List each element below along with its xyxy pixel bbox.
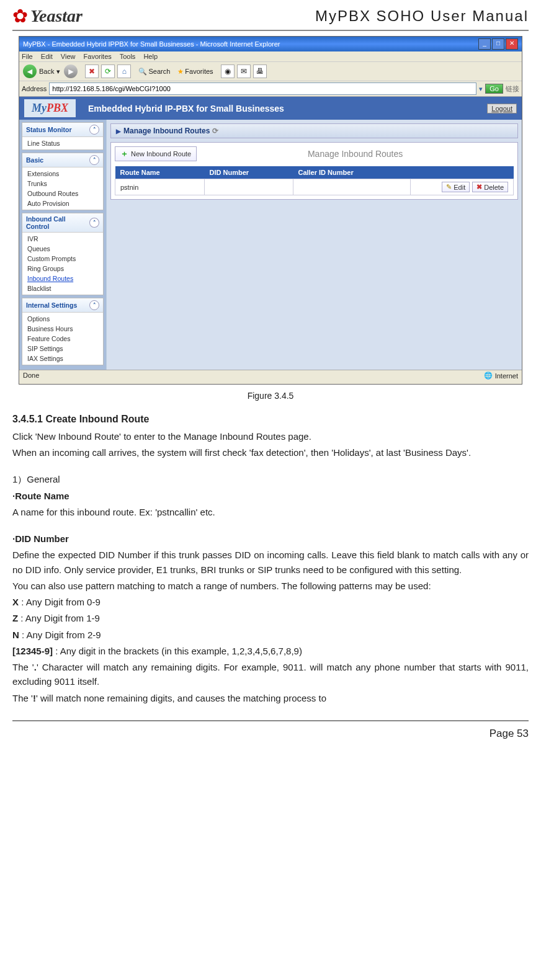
pattern-line: X : Any Digit from 0-9 bbox=[12, 595, 529, 609]
yeastar-icon: ✿ bbox=[12, 7, 28, 25]
back-button[interactable]: ◄ Back ▾ bbox=[23, 65, 60, 78]
sidebar-title: Status Monitor bbox=[26, 126, 72, 133]
para: A name for this inbound route. Ex: 'pstn… bbox=[12, 505, 529, 519]
favorites-label: Favorites bbox=[185, 68, 213, 75]
toolbar: ◄ Back ▾ ► ✖ ⟳ ⌂ 🔍 Search ★ Favorites ◉ … bbox=[19, 61, 522, 81]
edit-label: Edit bbox=[454, 184, 465, 191]
collapse-icon[interactable]: ˄ bbox=[89, 300, 99, 310]
window-titlebar: MyPBX - Embedded Hybrid IPPBX for Small … bbox=[19, 37, 522, 51]
status-net: 🌐 Internet bbox=[484, 372, 518, 380]
menu-edit[interactable]: Edit bbox=[41, 53, 53, 60]
links-label: 链接 bbox=[506, 84, 519, 94]
sidebar-item[interactable]: Custom Prompts bbox=[22, 254, 103, 264]
search-icon: 🔍 bbox=[138, 68, 147, 76]
app-logo: MyPBX bbox=[24, 99, 76, 117]
sidebar-item[interactable]: Extensions bbox=[22, 169, 103, 179]
screenshot-window: MyPBX - Embedded Hybrid IPPBX for Small … bbox=[19, 36, 522, 385]
search-button[interactable]: 🔍 Search bbox=[138, 68, 170, 76]
menu-view[interactable]: View bbox=[61, 53, 76, 60]
delete-label: Delete bbox=[484, 184, 504, 191]
sidebar-item[interactable]: Queues bbox=[22, 244, 103, 254]
figure-caption: Figure 3.4.5 bbox=[12, 391, 529, 401]
sidebar-item[interactable]: Trunks bbox=[22, 179, 103, 189]
collapse-icon[interactable]: ˄ bbox=[89, 218, 99, 228]
new-route-label: New Inbound Route bbox=[131, 150, 191, 158]
addr-dropdown-icon[interactable]: ▾ bbox=[479, 85, 483, 93]
field-heading: ·Route Name bbox=[12, 489, 529, 503]
field-heading: ·DID Number bbox=[12, 532, 529, 546]
sidebar-item[interactable]: Feature Codes bbox=[22, 334, 103, 344]
para: When an incoming call arrives, the syste… bbox=[12, 445, 529, 460]
sidebar-item[interactable]: IAX Settings bbox=[22, 354, 103, 363]
go-button[interactable]: Go bbox=[485, 84, 503, 94]
search-label: Search bbox=[148, 68, 170, 75]
document-header: ✿ Yeastar MyPBX SOHO User Manual bbox=[12, 6, 529, 31]
refresh-icon[interactable]: ⟳ bbox=[101, 65, 115, 78]
sidebar-item[interactable]: SIP Settings bbox=[22, 344, 103, 354]
logout-button[interactable]: Logout bbox=[487, 104, 517, 114]
edit-icon: ✎ bbox=[446, 183, 452, 191]
col-actions bbox=[411, 166, 514, 179]
pattern-line: N : Any Digit from 2-9 bbox=[12, 628, 529, 642]
collapse-icon[interactable]: ˄ bbox=[89, 155, 99, 165]
status-bar: Done 🌐 Internet bbox=[19, 370, 522, 381]
brand-name: Yeastar bbox=[30, 6, 83, 26]
plus-icon: ＋ bbox=[120, 148, 128, 159]
sidebar-item[interactable]: Business Hours bbox=[22, 324, 103, 334]
stop-icon[interactable]: ✖ bbox=[85, 65, 99, 78]
sidebar-item-inboundroutes[interactable]: Inbound Routes bbox=[22, 274, 103, 283]
menu-help[interactable]: Help bbox=[143, 53, 158, 60]
sidebar-item[interactable]: Outbound Routes bbox=[22, 189, 103, 198]
page-footer: Page 53 bbox=[12, 720, 529, 740]
sidebar-group-status: Status Monitor˄ Line Status bbox=[22, 122, 104, 150]
globe-icon: 🌐 bbox=[484, 372, 493, 380]
breadcrumb-label: Manage Inbound Routes bbox=[123, 127, 210, 135]
sidebar-title: Internal Settings bbox=[26, 301, 77, 309]
sidebar-item[interactable]: Options bbox=[22, 314, 103, 324]
sidebar-item[interactable]: Blacklist bbox=[22, 283, 103, 293]
menu-file[interactable]: File bbox=[22, 53, 33, 60]
sidebar-title: Basic bbox=[26, 156, 43, 164]
print-icon[interactable]: 🖶 bbox=[253, 65, 267, 78]
address-input[interactable] bbox=[49, 82, 476, 95]
home-icon[interactable]: ⌂ bbox=[117, 65, 131, 78]
close-icon[interactable]: ✕ bbox=[506, 38, 518, 50]
para: You can also use pattern matching to mat… bbox=[12, 579, 529, 593]
minimize-icon[interactable]: _ bbox=[478, 38, 491, 50]
col-routename: Route Name bbox=[115, 166, 205, 179]
star-icon: ★ bbox=[177, 68, 184, 76]
cell-cid bbox=[293, 179, 410, 195]
panel-title: Manage Inbound Routes bbox=[197, 149, 514, 159]
menu-favorites[interactable]: Favorites bbox=[84, 53, 112, 60]
edit-button[interactable]: ✎ Edit bbox=[442, 182, 470, 192]
mail-icon[interactable]: ✉ bbox=[237, 65, 251, 78]
refresh-small-icon[interactable]: ⟳ bbox=[212, 127, 218, 135]
menu-tools[interactable]: Tools bbox=[120, 53, 136, 60]
sidebar-item[interactable]: IVR bbox=[22, 234, 103, 244]
pattern-line: [12345-9] : Any digit in the brackets (i… bbox=[12, 644, 529, 658]
col-cid: Caller ID Number bbox=[293, 166, 410, 179]
delete-button[interactable]: ✖ Delete bbox=[472, 182, 508, 192]
new-inbound-route-button[interactable]: ＋ New Inbound Route bbox=[115, 146, 197, 161]
collapse-icon[interactable]: ˄ bbox=[89, 125, 99, 135]
sidebar-item-linestatus[interactable]: Line Status bbox=[22, 138, 103, 148]
maximize-icon[interactable]: □ bbox=[492, 38, 504, 50]
address-bar: Address ▾ Go 链接 bbox=[19, 81, 522, 97]
cell-did bbox=[205, 179, 293, 195]
menu-bar[interactable]: File Edit View Favorites Tools Help bbox=[19, 51, 522, 61]
sidebar-group-internal: Internal Settings˄ Options Business Hour… bbox=[22, 298, 104, 365]
routes-table: Route Name DID Number Caller ID Number p… bbox=[115, 166, 514, 195]
document-body: 3.4.5.1 Create Inbound Route Click 'New … bbox=[12, 412, 529, 705]
status-done: Done bbox=[23, 372, 39, 380]
sidebar-group-basic: Basic˄ Extensions Trunks Outbound Routes… bbox=[22, 153, 104, 210]
history-icon[interactable]: ◉ bbox=[221, 65, 235, 78]
sidebar-title: Inbound Call Control bbox=[26, 215, 89, 230]
para: Click 'New Inbound Route' to enter to th… bbox=[12, 429, 529, 443]
para: The '!' will match none remaining digits… bbox=[12, 691, 529, 705]
back-label: Back bbox=[39, 68, 54, 75]
favorites-button[interactable]: ★ Favorites bbox=[177, 68, 213, 76]
document-title: MyPBX SOHO User Manual bbox=[315, 7, 529, 25]
sidebar-item[interactable]: Auto Provision bbox=[22, 198, 103, 208]
sidebar-item[interactable]: Ring Groups bbox=[22, 264, 103, 274]
forward-icon[interactable]: ► bbox=[64, 65, 78, 78]
